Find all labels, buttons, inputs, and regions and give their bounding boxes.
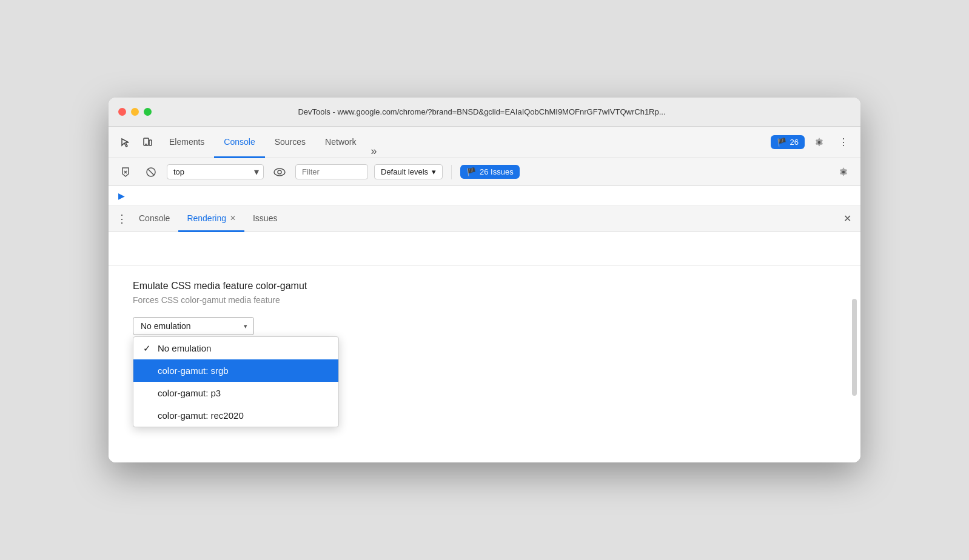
panel-tab-console[interactable]: Console xyxy=(130,206,178,232)
settings-button[interactable] xyxy=(810,133,829,152)
dropdown-item-label: No emulation xyxy=(158,343,211,353)
console-toolbar: top Default levels ▾ 🏴 26 Issues xyxy=(109,158,860,186)
close-button[interactable] xyxy=(118,108,126,116)
arrow-row: ▶ xyxy=(109,186,860,205)
devtools-window: DevTools - www.google.com/chrome/?brand=… xyxy=(109,98,860,462)
scroll-hint xyxy=(109,252,860,266)
issues-badge-2[interactable]: 🏴 26 Issues xyxy=(460,165,520,179)
dropdown-item-label: color-gamut: p3 xyxy=(158,388,221,398)
close-rendering-tab-icon[interactable]: ✕ xyxy=(230,214,236,222)
issues-flag-icon-2: 🏴 xyxy=(466,167,476,176)
dropdown-arrow-icon: ▾ xyxy=(244,322,247,330)
expand-arrow-button[interactable]: ▶ xyxy=(118,191,125,201)
svg-line-8 xyxy=(148,169,154,175)
settings-button-2[interactable] xyxy=(834,162,853,182)
separator xyxy=(451,165,452,179)
issues-label: 26 Issues xyxy=(480,167,514,176)
context-select-wrapper[interactable]: top xyxy=(167,164,264,179)
levels-arrow-icon: ▾ xyxy=(432,167,436,176)
panel-tab-rendering[interactable]: Rendering ✕ xyxy=(178,206,244,232)
dropdown-item-label: color-gamut: rec2020 xyxy=(158,410,244,421)
tab-elements[interactable]: Elements xyxy=(159,127,214,158)
issues-count: 26 xyxy=(790,138,799,147)
maximize-button[interactable] xyxy=(144,108,152,116)
panel-tab-console-label: Console xyxy=(139,213,170,223)
dropdown-item-no-emulation[interactable]: No emulation xyxy=(133,337,338,359)
color-gamut-section: Emulate CSS media feature color-gamut Fo… xyxy=(133,281,836,335)
panel-tab-issues[interactable]: Issues xyxy=(244,206,286,232)
block-icon[interactable] xyxy=(141,162,161,182)
levels-label: Default levels xyxy=(381,167,428,176)
filter-input[interactable] xyxy=(295,164,368,179)
dropdown-item-p3[interactable]: color-gamut: p3 xyxy=(133,382,338,404)
inspect-icon[interactable] xyxy=(116,133,135,152)
svg-point-9 xyxy=(274,168,285,176)
dropdown-item-srgb[interactable]: color-gamut: srgb xyxy=(133,359,338,382)
dropdown-value: No emulation xyxy=(141,321,191,331)
tab-network[interactable]: Network xyxy=(315,127,366,158)
section-subtitle: Forces CSS color-gamut media feature xyxy=(133,295,836,305)
main-content: Emulate CSS media feature color-gamut Fo… xyxy=(109,232,860,462)
traffic-lights xyxy=(118,108,152,116)
clear-console-button[interactable] xyxy=(116,162,135,182)
main-toolbar: Elements Console Sources Network » 🏴 26 … xyxy=(109,127,860,158)
panel-tabs: ⋮ Console Rendering ✕ Issues ✕ xyxy=(109,205,860,232)
window-title: DevTools - www.google.com/chrome/?brand=… xyxy=(161,107,802,116)
more-options-button[interactable]: ⋮ xyxy=(834,133,853,152)
dropdown-item-label: color-gamut: srgb xyxy=(158,365,229,376)
color-gamut-dropdown[interactable]: No emulation ▾ xyxy=(133,317,254,335)
toolbar-right: 🏴 26 ⋮ xyxy=(771,133,853,152)
panel-tab-issues-label: Issues xyxy=(253,213,277,223)
minimize-button[interactable] xyxy=(131,108,139,116)
context-select[interactable]: top xyxy=(167,164,264,179)
eye-button[interactable] xyxy=(270,162,289,182)
more-tabs-icon[interactable]: » xyxy=(366,145,381,158)
title-bar: DevTools - www.google.com/chrome/?brand=… xyxy=(109,98,860,127)
close-panel-button[interactable]: ✕ xyxy=(839,210,856,227)
panel-tab-rendering-label: Rendering xyxy=(187,213,226,223)
more-options-icon: ⋮ xyxy=(839,136,848,148)
dropdown-list: No emulation color-gamut: srgb color-gam… xyxy=(133,336,339,427)
tab-console[interactable]: Console xyxy=(214,127,264,158)
color-gamut-dropdown-container[interactable]: No emulation ▾ No emulation color-gamut:… xyxy=(133,317,254,335)
issues-flag-icon: 🏴 xyxy=(777,138,786,147)
svg-rect-1 xyxy=(149,140,152,145)
dropdown-item-rec2020[interactable]: color-gamut: rec2020 xyxy=(133,404,338,427)
tab-sources[interactable]: Sources xyxy=(265,127,315,158)
scrollbar[interactable] xyxy=(852,299,857,396)
levels-button[interactable]: Default levels ▾ xyxy=(374,164,443,179)
svg-point-10 xyxy=(278,170,281,174)
issues-badge[interactable]: 🏴 26 xyxy=(771,135,805,149)
device-icon[interactable] xyxy=(138,133,157,152)
section-title: Emulate CSS media feature color-gamut xyxy=(133,281,836,292)
panel-menu-button[interactable]: ⋮ xyxy=(113,210,130,227)
tab-nav: Elements Console Sources Network » xyxy=(159,127,768,158)
